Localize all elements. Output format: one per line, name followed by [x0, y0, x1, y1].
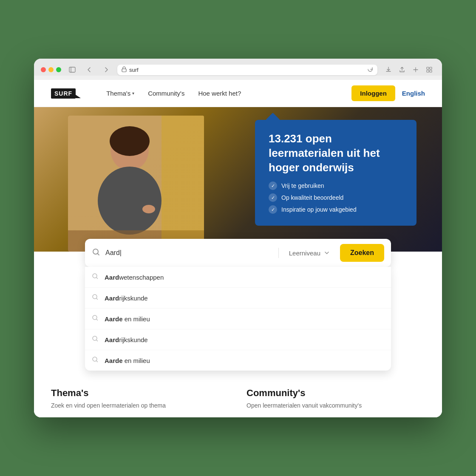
- check-icon-2: ✓: [269, 193, 277, 202]
- svg-point-15: [93, 249, 98, 254]
- nav-themas[interactable]: Thema's ▾: [106, 90, 134, 97]
- suggestion-text-1: Aardrijkskunde: [105, 295, 148, 302]
- browser-action-buttons: [382, 64, 435, 76]
- nav-actions: Inloggen English: [351, 85, 425, 101]
- hero-person-image: [68, 116, 204, 252]
- tabs-overview-button[interactable]: [423, 64, 435, 76]
- surf-logo[interactable]: SURF: [51, 88, 81, 99]
- address-bar[interactable]: surf: [117, 65, 377, 75]
- maximize-button[interactable]: [56, 67, 61, 72]
- browser-chrome: surf: [34, 59, 442, 76]
- hero-section: 13.231 open leermaterialen uit het hoger…: [34, 107, 442, 252]
- new-tab-button[interactable]: [410, 64, 422, 76]
- hero-background: 13.231 open leermaterialen uit het hoger…: [34, 107, 442, 252]
- autocomplete-item-0[interactable]: Aardwetenschappen: [85, 267, 391, 288]
- svg-rect-0: [69, 67, 75, 72]
- browser-window: surf: [34, 59, 442, 417]
- suggestion-text-0: Aardwetenschappen: [105, 274, 164, 281]
- hero-features-list: ✓ Vrij te gebruiken ✓ Op kwaliteit beoor…: [269, 181, 403, 214]
- themes-title: Thema's: [51, 388, 230, 399]
- suggestion-text-3: Aardrijkskunde: [105, 336, 148, 343]
- communities-description: Open leermaterialen vanuit vakcommunity'…: [246, 402, 425, 409]
- search-section: Leerniveau Zoeken: [34, 239, 442, 371]
- minimize-button[interactable]: [48, 67, 54, 72]
- communities-column: Community's Open leermaterialen vanuit v…: [246, 388, 425, 409]
- leerniveau-select[interactable]: Leerniveau: [284, 249, 335, 257]
- suggestion-search-icon-0: [92, 273, 99, 281]
- suggestion-search-icon-4: [92, 356, 99, 365]
- suggestion-text-2: Aarde en milieu: [105, 315, 150, 323]
- url-text: surf: [129, 67, 365, 73]
- svg-point-12: [142, 205, 155, 213]
- svg-rect-2: [122, 69, 126, 72]
- svg-rect-5: [427, 70, 429, 72]
- chevron-down-icon: ▾: [132, 91, 134, 96]
- close-button[interactable]: [41, 67, 46, 72]
- suggestion-search-icon-2: [92, 314, 99, 323]
- check-icon-1: ✓: [269, 181, 277, 190]
- autocomplete-dropdown: Aardwetenschappen Aardrijkskunde: [85, 267, 391, 371]
- back-button[interactable]: [83, 64, 95, 76]
- svg-rect-14: [162, 116, 204, 252]
- person-silhouette: [68, 116, 204, 252]
- autocomplete-item-1[interactable]: Aardrijkskunde: [85, 288, 391, 309]
- hero-feature-2: ✓ Op kwaliteit beoordeeld: [269, 193, 403, 202]
- hero-title: 13.231 open leermaterialen uit het hoger…: [269, 132, 403, 175]
- search-divider: [278, 248, 279, 258]
- suggestion-text-4: Aarde en milieu: [105, 357, 150, 364]
- nav-how-it-works[interactable]: Hoe werkt het?: [198, 90, 241, 97]
- logo-text: SURF: [51, 88, 76, 99]
- language-switch[interactable]: English: [402, 90, 425, 97]
- forward-button[interactable]: [100, 64, 112, 76]
- bottom-section: Thema's Zoek en vind open leermaterialen…: [34, 375, 442, 417]
- share-button[interactable]: [396, 64, 408, 76]
- suggestion-search-icon-3: [92, 335, 99, 344]
- themes-description: Zoek en vind open leermaterialen op them…: [51, 402, 230, 409]
- suggestion-search-icon-1: [92, 294, 99, 302]
- communities-title: Community's: [246, 388, 425, 399]
- svg-rect-3: [427, 67, 429, 69]
- lock-icon: [122, 66, 127, 74]
- autocomplete-item-2[interactable]: Aarde en milieu: [85, 309, 391, 329]
- browser-content: SURF Thema's ▾ Community's Hoe werkt het…: [34, 80, 442, 417]
- search-bar: Leerniveau Zoeken: [85, 239, 391, 267]
- svg-point-9: [110, 126, 150, 156]
- sidebar-button[interactable]: [66, 64, 78, 76]
- search-button[interactable]: Zoeken: [340, 244, 384, 262]
- autocomplete-item-4[interactable]: Aarde en milieu: [85, 350, 391, 371]
- download-button[interactable]: [382, 64, 394, 76]
- svg-rect-6: [430, 70, 432, 72]
- hero-info-card: 13.231 open leermaterialen uit het hoger…: [255, 120, 416, 226]
- nav-communities[interactable]: Community's: [148, 90, 184, 97]
- site-navbar: SURF Thema's ▾ Community's Hoe werkt het…: [34, 80, 442, 107]
- themes-column: Thema's Zoek en vind open leermaterialen…: [51, 388, 230, 409]
- check-icon-3: ✓: [269, 205, 277, 214]
- nav-links: Thema's ▾ Community's Hoe werkt het?: [106, 90, 351, 97]
- reload-icon[interactable]: [367, 66, 373, 74]
- hero-feature-3: ✓ Inspiratie op jouw vakgebied: [269, 205, 403, 214]
- login-button[interactable]: Inloggen: [351, 85, 395, 101]
- hero-feature-1: ✓ Vrij te gebruiken: [269, 181, 403, 190]
- traffic-lights: [41, 67, 61, 72]
- autocomplete-item-3[interactable]: Aardrijkskunde: [85, 329, 391, 350]
- logo-tail: [76, 95, 81, 98]
- search-icon: [92, 248, 100, 258]
- leerniveau-label: Leerniveau: [289, 249, 320, 257]
- svg-rect-4: [430, 67, 432, 69]
- search-input[interactable]: [105, 249, 273, 257]
